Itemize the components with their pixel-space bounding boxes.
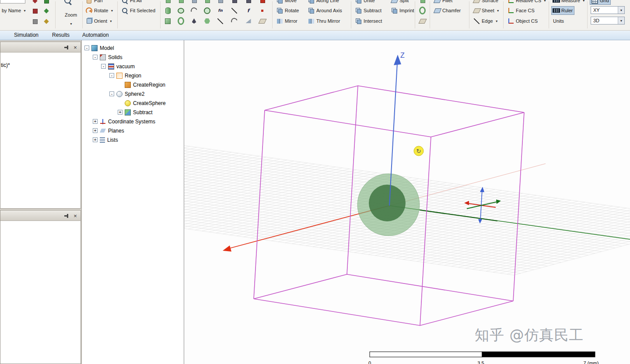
- pan-button[interactable]: Pan: [84, 0, 105, 5]
- draw-tool-button[interactable]: [189, 0, 200, 5]
- dropdown-caret-icon[interactable]: ▼: [618, 17, 624, 24]
- zoom-dropdown[interactable]: ▼: [67, 19, 74, 28]
- select-tool-icon-1[interactable]: [30, 0, 40, 5]
- expand-icon[interactable]: +: [93, 137, 98, 142]
- tree-item-label[interactable]: Solids: [108, 54, 122, 60]
- draw-torus-button[interactable]: [176, 17, 186, 25]
- misc-tool-button[interactable]: [417, 6, 427, 15]
- chamfer-button[interactable]: Chamfer: [432, 6, 462, 15]
- collapse-icon[interactable]: -: [109, 91, 114, 96]
- draw-tool-button[interactable]: [202, 0, 213, 5]
- draw-tool-button[interactable]: [243, 0, 254, 5]
- properties-panel-header[interactable]: ×: [0, 210, 80, 221]
- tree-item-planes[interactable]: +Planes: [82, 126, 184, 135]
- tree-item-label[interactable]: Model: [100, 45, 114, 51]
- edge-button[interactable]: Edge▼: [472, 17, 500, 25]
- draw-tool-button[interactable]: [257, 0, 268, 5]
- tree-item-label[interactable]: vacuum: [116, 63, 135, 70]
- tree-item-solids[interactable]: -Solids: [82, 52, 184, 62]
- tab-automation[interactable]: Automation: [82, 32, 109, 38]
- duplicate-thru-mirror-button[interactable]: Thru Mirror: [306, 17, 342, 25]
- grid-plane-selector[interactable]: XY▼: [591, 6, 625, 14]
- collapse-icon[interactable]: -: [109, 73, 114, 78]
- draw-polyhedron-button[interactable]: [202, 17, 212, 25]
- rotate-view-button[interactable]: Rotate▼: [84, 6, 115, 15]
- pin-button[interactable]: [63, 212, 70, 219]
- duplicate-along-line-button[interactable]: Along Line: [306, 0, 341, 5]
- draw-circle-button[interactable]: [202, 6, 212, 15]
- collapse-icon[interactable]: -: [93, 55, 98, 60]
- select-tool-icon-3[interactable]: [30, 7, 40, 15]
- tree-item-label[interactable]: Sphere2: [125, 91, 144, 97]
- draw-tool-button[interactable]: [229, 0, 240, 5]
- select-tool-icon-2[interactable]: [41, 0, 52, 5]
- tree-item-region[interactable]: -Region: [82, 71, 184, 80]
- tree-item-subtract[interactable]: +Subtract: [82, 108, 184, 117]
- misc-tool-button[interactable]: [417, 0, 428, 5]
- relative-cs-button[interactable]: Relative CS▼: [506, 0, 548, 5]
- draw-tool-button[interactable]: [215, 0, 226, 5]
- select-tool-icon-6[interactable]: [41, 17, 52, 26]
- expand-icon[interactable]: +: [93, 128, 98, 133]
- draw-cylinder-button[interactable]: [163, 6, 173, 15]
- draw-equation-curve-button[interactable]: f: [243, 6, 253, 15]
- expand-icon[interactable]: +: [93, 119, 98, 124]
- tree-item-vacuum[interactable]: -vacuum: [82, 62, 184, 71]
- face-cs-button[interactable]: Face CS: [506, 6, 536, 15]
- tree-item-label[interactable]: CreateSphere: [133, 100, 166, 106]
- units-button[interactable]: Units: [551, 17, 566, 25]
- intersect-button[interactable]: Intersect: [354, 17, 384, 25]
- dropdown-caret-icon[interactable]: ▼: [618, 7, 624, 14]
- tree-item-label[interactable]: Lists: [107, 137, 118, 143]
- draw-box-button[interactable]: [163, 17, 173, 25]
- tree-item-lists[interactable]: +Lists: [82, 135, 184, 144]
- select-tool-icon-4[interactable]: [41, 7, 52, 15]
- misc-tool-button[interactable]: [417, 17, 427, 25]
- draw-polyline-button[interactable]: [215, 17, 225, 25]
- draw-arc-button[interactable]: [229, 17, 239, 25]
- draw-function-button[interactable]: fn: [215, 6, 225, 15]
- fit-all-button[interactable]: Fit All: [120, 0, 144, 5]
- select-mode-box[interactable]: [0, 0, 25, 4]
- grid-mode-selector[interactable]: 3D▼: [591, 17, 625, 24]
- tree-item-createsphere[interactable]: CreateSphere: [82, 98, 184, 108]
- tree-item-sphere2[interactable]: -Sphere2: [82, 89, 184, 98]
- mirror-button[interactable]: Mirror: [275, 17, 299, 25]
- project-tree-body[interactable]: tic)*: [0, 52, 80, 208]
- tree-item-label[interactable]: Planes: [108, 128, 124, 134]
- collapse-icon[interactable]: -: [101, 64, 106, 69]
- tab-results[interactable]: Results: [52, 32, 70, 38]
- orient-button[interactable]: Orient▼: [84, 17, 114, 25]
- tree-item-label[interactable]: CreateRegion: [133, 82, 165, 88]
- 3d-scene[interactable]: Z ↻ 0 3.5 7 (mm): [184, 40, 630, 364]
- move-button[interactable]: Move: [275, 0, 298, 5]
- expand-icon[interactable]: +: [118, 110, 122, 115]
- imprint-button[interactable]: Imprint: [389, 6, 416, 15]
- zoom-label[interactable]: Zoom: [60, 10, 82, 19]
- viewport-3d[interactable]: Z ↻ 0 3.5 7 (mm) 知乎 @仿真民: [184, 40, 630, 364]
- draw-plane-button[interactable]: [257, 17, 267, 25]
- draw-helix-button[interactable]: [243, 17, 253, 25]
- project-panel-header[interactable]: ×: [0, 42, 80, 52]
- tree-item-label[interactable]: Coordinate Systems: [108, 119, 155, 125]
- rotate-button[interactable]: Rotate: [275, 6, 301, 15]
- draw-spline-button[interactable]: [189, 6, 199, 15]
- project-tree-item[interactable]: tic)*: [1, 62, 10, 68]
- tree-item-coordinate-systems[interactable]: +Coordinate Systems: [82, 117, 184, 126]
- select-by-name-button[interactable]: by Name▼: [0, 6, 28, 15]
- tree-item-label[interactable]: Region: [125, 73, 141, 79]
- tree-item-label[interactable]: Subtract: [133, 109, 153, 116]
- grid-button[interactable]: Grid: [590, 0, 611, 5]
- draw-tool-button[interactable]: [163, 0, 173, 5]
- split-button[interactable]: Split: [389, 0, 410, 5]
- close-button[interactable]: ×: [72, 212, 79, 219]
- draw-tool-button[interactable]: [176, 0, 186, 5]
- unite-button[interactable]: Unite: [354, 0, 377, 5]
- tree-item-model[interactable]: -Model: [82, 43, 184, 52]
- object-cs-button[interactable]: Object CS: [506, 17, 539, 25]
- draw-sweep-button[interactable]: [189, 17, 199, 25]
- tree-item-createregion[interactable]: CreateRegion: [82, 80, 184, 89]
- fillet-button[interactable]: Fillet: [432, 0, 454, 5]
- model-tree-panel[interactable]: -Model-Solids-vacuum-RegionCreateRegion-…: [81, 40, 184, 364]
- fit-selected-button[interactable]: Fit Selected: [120, 6, 157, 15]
